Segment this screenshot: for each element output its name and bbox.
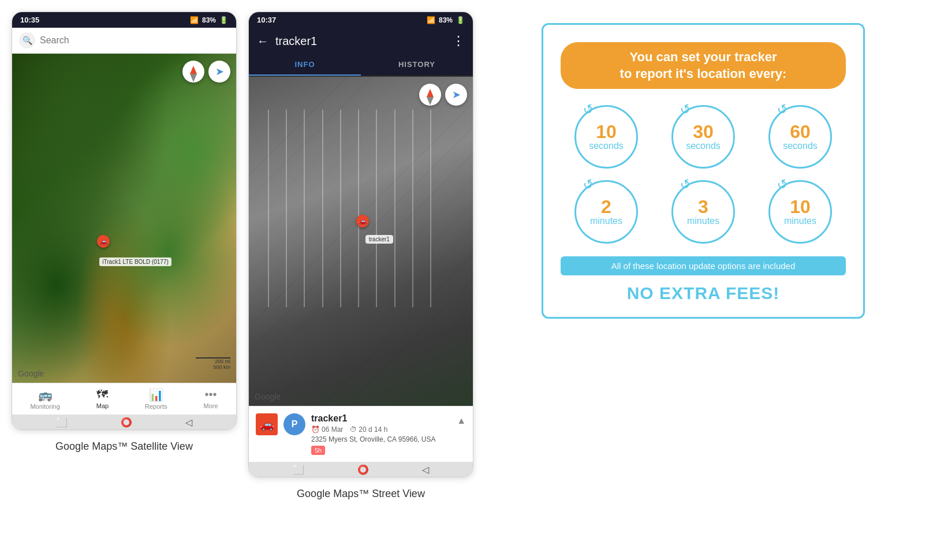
phone-street: 10:37 📶 83% 🔋 ← tracker1 ⋮ INFO HISTORY bbox=[248, 12, 473, 477]
tab-history[interactable]: HISTORY bbox=[361, 54, 473, 76]
android-home-btn-2[interactable]: ⭕ bbox=[357, 464, 369, 475]
android-recent-btn[interactable]: ⬜ bbox=[56, 417, 68, 428]
search-icon: 🔍 bbox=[19, 32, 35, 48]
battery-2: 83% bbox=[439, 16, 453, 24]
circle-number-30sec: 30 bbox=[693, 122, 714, 141]
arrow-icon-2min: ↺ bbox=[581, 176, 596, 194]
battery-icon-1: 🔋 bbox=[219, 16, 228, 24]
nav-monitoring[interactable]: 🚌 Monitoring bbox=[30, 388, 59, 410]
nav-monitoring-label: Monitoring bbox=[30, 403, 59, 410]
nav-map-label: Map bbox=[96, 402, 109, 409]
reports-icon: 📊 bbox=[149, 388, 163, 402]
circle-border-10sec: ↺ 10 seconds bbox=[574, 105, 638, 169]
android-back-btn-2[interactable]: ◁ bbox=[422, 464, 429, 475]
android-recent-btn-2[interactable]: ⬜ bbox=[293, 464, 304, 475]
battery-1: 83% bbox=[202, 16, 216, 24]
circles-grid: ↺ 10 seconds ↺ 30 seconds ↺ 60 seconds bbox=[561, 105, 846, 244]
tracker-title: tracker1 bbox=[275, 35, 445, 48]
tracker-details: tracker1 ⏰ 06 Mar ⏱ 20 d 14 h 2325 Myers… bbox=[311, 413, 451, 455]
tracker-header: ← tracker1 ⋮ bbox=[249, 28, 473, 54]
nav-more[interactable]: ••• More bbox=[203, 388, 218, 410]
phone2-wrapper: 10:37 📶 83% 🔋 ← tracker1 ⋮ INFO HISTORY bbox=[248, 12, 473, 500]
circle-unit-2min: minutes bbox=[590, 216, 622, 226]
circle-border-30sec: ↺ 30 seconds bbox=[671, 105, 735, 169]
tracker-tabs: INFO HISTORY bbox=[249, 54, 473, 77]
info-card: You can set your trackerto report it's l… bbox=[542, 23, 865, 319]
info-panel: You can set your trackerto report it's l… bbox=[485, 12, 921, 330]
compass-button-2[interactable] bbox=[419, 84, 441, 106]
google-watermark-2: Google bbox=[255, 392, 281, 401]
navigate-button[interactable]: ➤ bbox=[208, 61, 230, 83]
nav-map[interactable]: 🗺 Map bbox=[96, 388, 109, 410]
scale-bar-1: 200 mi 500 km bbox=[196, 357, 230, 370]
arrow-icon-10sec: ↺ bbox=[581, 101, 596, 119]
tracker-meta: ⏰ 06 Mar ⏱ 20 d 14 h bbox=[311, 425, 451, 434]
circle-10min: ↺ 10 minutes bbox=[755, 180, 846, 244]
tracker-duration: ⏱ 20 d 14 h bbox=[350, 425, 387, 434]
compass-arrow bbox=[190, 66, 197, 74]
more-button[interactable]: ⋮ bbox=[452, 33, 465, 48]
android-nav-bar-2: ⬜ ⭕ ◁ bbox=[249, 462, 473, 477]
circle-unit-10sec: seconds bbox=[589, 141, 624, 151]
car-marker[interactable]: 🚗 bbox=[97, 235, 110, 248]
scale-500km: 500 km bbox=[213, 364, 230, 370]
navigate-icon-2: ➤ bbox=[452, 88, 461, 101]
circle-30sec: ↺ 30 seconds bbox=[658, 105, 749, 169]
nav-reports-label: Reports bbox=[145, 403, 167, 410]
satellite-map-bg: ➤ 🚗 iTrack1 LTE BOLD (0177) Google 200 m… bbox=[12, 54, 236, 383]
phone-satellite: 10:35 📶 83% 🔋 🔍 ➤ bbox=[12, 12, 237, 430]
tracker-tag: 5h bbox=[311, 446, 325, 455]
arrow-icon-3min: ↺ bbox=[678, 176, 693, 194]
map-icon: 🗺 bbox=[96, 388, 108, 401]
circle-unit-30sec: seconds bbox=[686, 141, 721, 151]
search-input[interactable] bbox=[40, 35, 229, 46]
circle-border-10min: ↺ 10 minutes bbox=[768, 180, 832, 244]
arrow-icon-30sec: ↺ bbox=[678, 101, 693, 119]
tracker-map-label: tracker1 bbox=[365, 235, 393, 244]
compass-arrow-2 bbox=[427, 89, 434, 97]
navigate-icon: ➤ bbox=[215, 65, 224, 78]
battery-icon-2: 🔋 bbox=[456, 16, 465, 24]
no-fees-banner: All of these location update options are… bbox=[561, 256, 846, 275]
caption-1: Google Maps™ Satellite View bbox=[55, 440, 193, 453]
status-bar-2: 10:37 📶 83% 🔋 bbox=[249, 12, 473, 28]
street-map[interactable]: ➤ 🚗 tracker1 Google bbox=[249, 77, 473, 406]
car-marker-label: iTrack1 LTE BOLD (0177) bbox=[99, 257, 171, 266]
back-button[interactable]: ← bbox=[257, 35, 268, 48]
no-extra-fees: NO EXTRA FEES! bbox=[561, 283, 846, 303]
search-bar[interactable]: 🔍 bbox=[12, 28, 236, 54]
tracker-avatar: P bbox=[283, 413, 305, 435]
circle-border-60sec: ↺ 60 seconds bbox=[768, 105, 832, 169]
circle-unit-60sec: seconds bbox=[783, 141, 818, 151]
arrow-icon-10min: ↺ bbox=[775, 176, 790, 194]
circle-number-3min: 3 bbox=[698, 197, 708, 216]
signal-icon-1: 📶 bbox=[190, 16, 199, 24]
navigate-button-2[interactable]: ➤ bbox=[445, 84, 467, 106]
circle-2min: ↺ 2 minutes bbox=[561, 180, 652, 244]
caption-2: Google Maps™ Street View bbox=[297, 488, 425, 500]
tracker-info-panel: 🚗 P tracker1 ⏰ 06 Mar ⏱ 20 d 14 h bbox=[249, 406, 473, 462]
compass-button[interactable] bbox=[182, 61, 204, 83]
status-icons-1: 📶 83% 🔋 bbox=[190, 16, 228, 24]
circle-number-2min: 2 bbox=[601, 197, 611, 216]
circle-number-60sec: 60 bbox=[790, 122, 811, 141]
android-home-btn[interactable]: ⭕ bbox=[121, 417, 132, 428]
circle-10sec: ↺ 10 seconds bbox=[561, 105, 652, 169]
info-headline: You can set your trackerto report it's l… bbox=[561, 42, 846, 89]
nav-reports[interactable]: 📊 Reports bbox=[145, 388, 167, 410]
parking-lines bbox=[260, 110, 439, 307]
android-back-btn[interactable]: ◁ bbox=[185, 417, 192, 428]
circle-unit-10min: minutes bbox=[784, 216, 816, 226]
tab-info[interactable]: INFO bbox=[249, 54, 361, 76]
circle-3min: ↺ 3 minutes bbox=[658, 180, 749, 244]
satellite-map[interactable]: ➤ 🚗 iTrack1 LTE BOLD (0177) Google 200 m… bbox=[12, 54, 236, 383]
nav-more-label: More bbox=[203, 402, 218, 409]
status-icons-2: 📶 83% 🔋 bbox=[427, 16, 465, 24]
phone1-wrapper: 10:35 📶 83% 🔋 🔍 ➤ bbox=[12, 12, 237, 453]
circle-number-10min: 10 bbox=[790, 197, 811, 216]
arrow-icon-60sec: ↺ bbox=[775, 101, 790, 119]
time-1: 10:35 bbox=[20, 16, 39, 24]
tracker-car-icon: 🚗 bbox=[256, 413, 278, 435]
collapse-button[interactable]: ▲ bbox=[457, 413, 466, 426]
status-bar-1: 10:35 📶 83% 🔋 bbox=[12, 12, 236, 28]
